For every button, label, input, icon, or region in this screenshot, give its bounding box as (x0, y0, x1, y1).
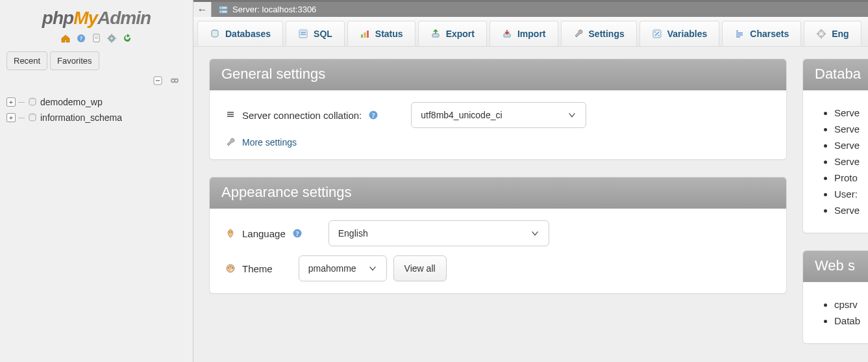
logout-icon[interactable]: ? (76, 33, 86, 44)
favorites-button[interactable]: Favorites (50, 51, 99, 70)
nav-mini-controls (0, 73, 193, 92)
svg-point-57 (230, 269, 232, 270)
svg-rect-41 (821, 36, 821, 38)
tab-label: Settings (589, 29, 625, 39)
wrench-icon (225, 137, 236, 148)
docs-icon[interactable] (92, 33, 102, 44)
svg-point-32 (654, 31, 656, 32)
svg-point-39 (821, 32, 823, 34)
info-item: cpsrv (834, 299, 868, 310)
svg-point-33 (658, 35, 660, 36)
tab-label: Charsets (750, 29, 789, 39)
help-icon[interactable]: ? (368, 110, 378, 120)
tab-sql[interactable]: SQL (286, 21, 345, 46)
svg-text:?: ? (295, 230, 299, 237)
svg-rect-9 (112, 41, 113, 43)
sql-icon (298, 29, 308, 39)
database-icon (210, 29, 220, 39)
settings-icon[interactable] (106, 33, 117, 44)
select-value: English (338, 228, 368, 239)
back-button[interactable]: ← (193, 2, 212, 17)
tree-item-db[interactable]: + information_schema (5, 110, 188, 125)
database-icon (27, 112, 38, 123)
info-item: Datab (834, 315, 868, 326)
svg-rect-10 (107, 38, 109, 39)
svg-rect-29 (432, 34, 439, 37)
tab-label: SQL (314, 29, 332, 39)
tab-variables[interactable]: Variables (639, 21, 720, 46)
expand-icon[interactable]: + (6, 113, 16, 122)
tab-label: Import (517, 29, 546, 39)
chevron-down-icon (567, 110, 577, 120)
theme-select[interactable]: pmahomme (299, 255, 387, 281)
panel-title: Appearance settings (210, 177, 786, 209)
collapse-all-icon[interactable] (153, 75, 163, 86)
svg-rect-4 (95, 37, 98, 38)
tab-label: Status (375, 29, 403, 39)
tab-engines[interactable]: Eng (804, 21, 861, 46)
tab-export[interactable]: Export (418, 21, 487, 46)
info-item: User: (834, 188, 868, 200)
expand-icon[interactable]: + (6, 97, 16, 107)
reload-icon[interactable] (122, 33, 132, 44)
tree-item-db[interactable]: + demodemo_wp (5, 94, 188, 110)
svg-rect-37 (736, 36, 740, 38)
svg-point-21 (221, 11, 222, 12)
svg-rect-42 (817, 33, 819, 34)
tab-import[interactable]: Import (490, 21, 558, 46)
link-icon[interactable] (169, 75, 180, 86)
database-icon (27, 97, 38, 107)
tab-status[interactable]: Status (347, 21, 415, 46)
collation-select[interactable]: utf8mb4_unicode_ci (411, 102, 586, 128)
help-icon[interactable]: ? (292, 228, 303, 239)
svg-rect-3 (95, 36, 98, 36)
svg-point-15 (175, 79, 178, 83)
top-tabs: Databases SQL Status Export Import Setti… (193, 17, 868, 47)
tab-databases[interactable]: Databases (197, 21, 283, 46)
svg-point-7 (111, 37, 114, 40)
language-select[interactable]: English (329, 220, 549, 246)
sidebar: phpMyAdmin ? Recent Favorites + demodemo… (0, 0, 193, 362)
panel-database-server: Databa Serve Serve Serve Serve Proto Use… (802, 58, 868, 233)
collation-icon (225, 110, 236, 120)
svg-point-50 (231, 231, 232, 233)
button-label: View all (404, 263, 436, 274)
svg-rect-25 (301, 34, 306, 34)
svg-rect-5 (95, 38, 98, 39)
svg-rect-13 (156, 81, 160, 81)
recent-button[interactable]: Recent (6, 51, 47, 70)
database-tree: + demodemo_wp + information_schema (0, 92, 193, 128)
wrench-icon (573, 29, 584, 39)
info-list: Serve Serve Serve Serve Proto User: Serv… (819, 107, 868, 216)
theme-label: Theme (242, 263, 273, 274)
svg-rect-8 (112, 34, 113, 36)
view-all-button[interactable]: View all (393, 255, 447, 281)
tree-item-label: information_schema (40, 112, 122, 123)
select-value: utf8mb4_unicode_ci (421, 110, 502, 120)
svg-text:?: ? (79, 35, 82, 42)
svg-rect-34 (736, 31, 738, 32)
info-item: Serve (834, 205, 868, 216)
svg-rect-2 (93, 34, 99, 42)
language-icon (225, 228, 236, 239)
tree-item-label: demodemo_wp (40, 97, 103, 107)
tab-settings[interactable]: Settings (561, 21, 637, 46)
more-settings-link[interactable]: More settings (242, 137, 297, 148)
tab-charsets[interactable]: Charsets (722, 21, 801, 46)
svg-point-56 (232, 267, 233, 268)
collation-label: Server connection collation: (242, 110, 362, 121)
svg-rect-40 (821, 29, 821, 31)
svg-rect-24 (301, 32, 306, 32)
svg-rect-36 (736, 34, 743, 36)
breadcrumb-label[interactable]: Server: localhost:3306 (232, 5, 316, 14)
home-icon[interactable] (60, 33, 71, 44)
main-area: ← Server: localhost:3306 Databases SQL S… (193, 0, 868, 362)
svg-rect-19 (219, 10, 227, 13)
info-item: Serve (834, 156, 868, 167)
info-item: Serve (834, 107, 868, 118)
panel-title: Databa (803, 59, 868, 90)
server-icon (218, 5, 229, 15)
svg-point-54 (228, 267, 229, 268)
language-label: Language (242, 228, 286, 239)
svg-rect-35 (736, 32, 743, 34)
